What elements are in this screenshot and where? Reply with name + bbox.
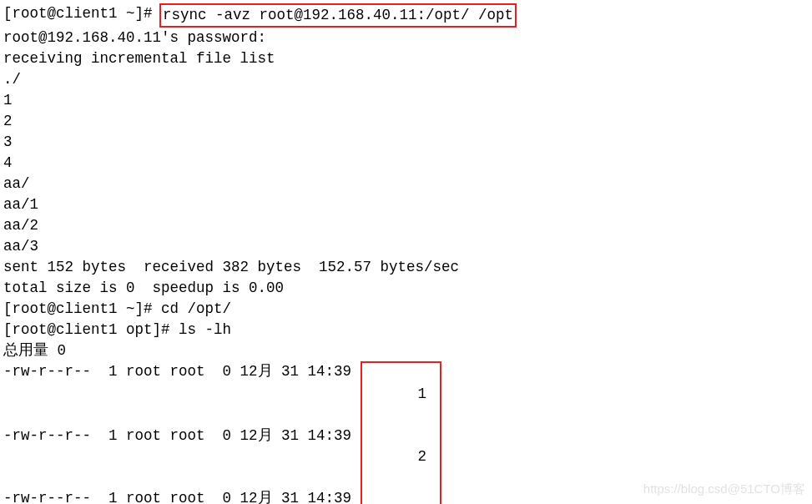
total-size-line: total size is 0 speedup is 0.00 xyxy=(3,278,809,299)
file-list-item: 2 xyxy=(3,111,809,132)
rsync-command-box: rsync -avz root@192.168.40.11:/opt/ /opt xyxy=(159,3,517,28)
file-list-item: ./ xyxy=(3,69,809,90)
file-list-item: 1 xyxy=(3,90,809,111)
ls-meta: -rw-r--r-- 1 root root 0 12月 31 14:39 xyxy=(3,488,351,504)
file-list-item: aa/2 xyxy=(3,215,809,236)
prompt-prefix: [root@client1 ~]# xyxy=(3,3,161,28)
ls-command: ls -lh xyxy=(179,320,231,340)
file-list-item: aa/1 xyxy=(3,194,809,215)
ls-header: 总用量 0 xyxy=(3,340,809,361)
ls-filename: 2 xyxy=(418,446,435,467)
file-list-item: aa/ xyxy=(3,174,809,194)
prompt-line-2: [root@client1 ~]# cd /opt/ xyxy=(3,299,809,320)
ls-meta: -rw-r--r-- 1 root root 0 12月 31 14:39 xyxy=(3,426,351,488)
sent-bytes-line: sent 152 bytes received 382 bytes 152.57… xyxy=(3,257,809,278)
password-prompt: root@192.168.40.11's password: xyxy=(3,28,809,48)
ls-listing: -rw-r--r-- 1 root root 0 12月 31 14:39 1 … xyxy=(3,361,809,504)
prompt-prefix: [root@client1 opt]# xyxy=(3,320,179,340)
filenames-box-top: 1 xyxy=(361,361,441,426)
prompt-line-1: [root@client1 ~]# rsync -avz root@192.16… xyxy=(3,3,809,28)
prompt-line-3: [root@client1 opt]# ls -lh xyxy=(3,320,809,340)
file-list-item: aa/3 xyxy=(3,236,809,257)
file-list-item: 3 xyxy=(3,132,809,153)
ls-filename: 1 xyxy=(418,384,435,405)
table-row: -rw-r--r-- 1 root root 0 12月 31 14:39 1 xyxy=(3,361,809,426)
file-list-item: 4 xyxy=(3,153,809,174)
filenames-box-mid: 3 xyxy=(361,488,441,504)
table-row: -rw-r--r-- 1 root root 0 12月 31 14:39 2 xyxy=(3,426,809,488)
receiving-line: receiving incremental file list xyxy=(3,48,809,69)
prompt-prefix: [root@client1 ~]# xyxy=(3,299,161,320)
cd-command: cd /opt/ xyxy=(161,299,231,320)
ls-meta: -rw-r--r-- 1 root root 0 12月 31 14:39 xyxy=(3,361,351,426)
table-row: -rw-r--r-- 1 root root 0 12月 31 14:39 3 xyxy=(3,488,809,504)
filenames-box-mid: 2 xyxy=(361,426,441,488)
